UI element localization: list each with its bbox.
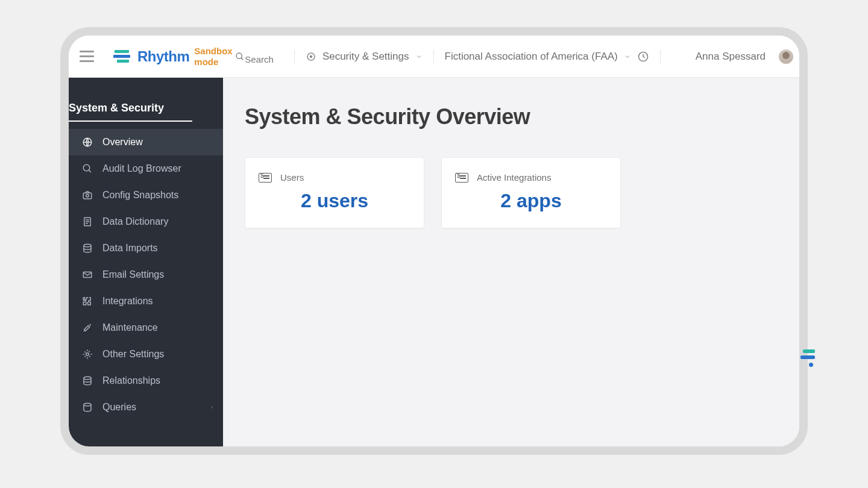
svg-point-0 [236,53,242,58]
menu-toggle-button[interactable] [80,48,96,65]
svg-point-14 [84,244,91,247]
user-name: Anna Spessard [696,51,766,63]
chevron-down-icon [624,53,631,60]
main-content: System & Security Overview Users 2 users… [223,78,799,446]
card-badge-icon [259,173,272,183]
divider [433,50,434,63]
sidebar-item-label: Overview [102,137,143,148]
sidebar-item-audit-log[interactable]: Audit Log Browser [69,155,223,182]
help-widget[interactable] [797,349,815,367]
sidebar-item-label: Relationships [102,375,160,386]
sidebar-item-label: Queries [102,402,136,413]
svg-point-16 [86,353,89,356]
sidebar: System & Security Overview Audit Log Bro… [69,78,223,446]
puzzle-icon [82,296,93,307]
svg-line-1 [241,58,243,60]
sidebar-item-overview[interactable]: Overview [69,129,223,155]
context-label: Security & Settings [322,51,409,63]
card-users[interactable]: Users 2 users [245,157,424,228]
sidebar-item-label: Maintenance [102,322,158,333]
sidebar-item-label: Email Settings [102,269,164,280]
gear-icon [82,349,93,360]
device-frame: Rhythm Sandbox mode Search Security & Se… [60,27,808,455]
card-active-integrations[interactable]: Active Integrations 2 apps [441,157,621,228]
sidebar-item-label: Data Imports [102,243,158,254]
card-label: Active Integrations [477,172,551,183]
svg-point-9 [86,195,89,198]
document-icon [82,216,93,227]
sidebar-item-label: Other Settings [102,349,164,360]
svg-line-7 [89,170,91,172]
sidebar-item-label: Audit Log Browser [102,163,181,174]
sidebar-item-label: Data Dictionary [102,216,168,227]
sidebar-item-data-dictionary[interactable]: Data Dictionary [69,208,223,235]
chevron-left-icon [210,405,215,410]
app-root: Rhythm Sandbox mode Search Security & Se… [69,36,799,446]
database-icon [82,402,93,413]
card-value: 2 apps [455,190,607,212]
sidebar-item-other-settings[interactable]: Other Settings [69,341,223,368]
target-icon [306,51,316,62]
camera-icon [82,190,93,201]
sidebar-item-config-snapshots[interactable]: Config Snapshots [69,182,223,208]
org-dropdown[interactable]: Fictional Association of America (FAA) [445,51,631,63]
org-label: Fictional Association of America (FAA) [445,51,618,63]
sidebar-item-integrations[interactable]: Integrations [69,288,223,314]
svg-point-17 [84,377,91,380]
page-title: System & Security Overview [245,104,775,130]
database-icon [82,375,93,386]
app-body: System & Security Overview Audit Log Bro… [69,78,799,446]
card-value: 2 users [259,190,410,212]
search-icon [235,52,245,61]
search-label: Search [245,54,274,64]
sidebar-nav: Overview Audit Log Browser Config Snapsh… [69,129,223,421]
top-header: Rhythm Sandbox mode Search Security & Se… [69,36,799,78]
global-search[interactable]: Search [235,48,274,64]
context-dropdown[interactable]: Security & Settings [306,51,423,63]
sidebar-item-relationships[interactable]: Relationships [69,368,223,394]
brand-logo-mark [113,49,133,64]
brand-logo[interactable]: Rhythm [113,48,189,65]
overview-cards: Users 2 users Active Integrations 2 apps [245,157,775,228]
chevron-down-icon [415,53,423,60]
envelope-icon [82,269,93,280]
divider [294,50,295,63]
avatar [779,49,793,64]
svg-point-18 [84,403,91,406]
sidebar-item-email-settings[interactable]: Email Settings [69,261,223,288]
tools-icon [82,322,93,333]
sidebar-item-data-imports[interactable]: Data Imports [69,235,223,261]
database-icon [82,243,93,254]
svg-rect-8 [83,193,92,199]
sidebar-item-label: Integrations [102,296,153,307]
sidebar-item-queries[interactable]: Queries [69,394,223,421]
sidebar-section-title: System & Security [69,102,192,122]
card-label: Users [280,172,304,183]
sandbox-mode-label: Sandbox mode [194,46,235,67]
clock-icon[interactable] [637,51,649,63]
sidebar-item-label: Config Snapshots [102,190,178,201]
svg-point-3 [310,55,312,57]
brand-logo-text: Rhythm [137,48,189,65]
divider [660,50,661,63]
svg-point-6 [83,164,90,171]
card-badge-icon [455,173,468,183]
sidebar-item-maintenance[interactable]: Maintenance [69,314,223,341]
user-menu[interactable]: Anna Spessard [696,49,793,64]
search-icon [82,163,93,174]
globe-icon [82,137,93,148]
